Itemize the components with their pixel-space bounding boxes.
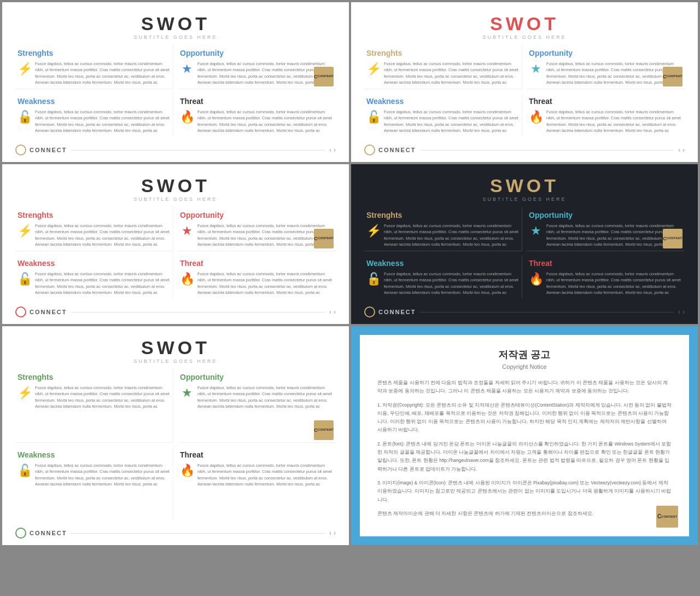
copyright-para-1: 콘텐츠 제품을 사용하기 전에 다음의 법칙과 조정들을 자세히 읽어 주시기 … — [377, 379, 672, 396]
slide3-strengths: Strenghts ⚡ Fusce dapibus, tellus ac cur… — [15, 207, 173, 251]
prev-arrow-2[interactable]: ‹ — [678, 146, 680, 154]
slide1-opportunity-text: Fusce dapibus, tellus ac cursus commodo,… — [197, 61, 334, 85]
slide4-main-title: SWOT — [364, 175, 685, 196]
lightning-icon-5: ⚡ — [18, 386, 32, 400]
slide4-grid: Strenghts ⚡ Fusce dapibus, tellus ac cur… — [364, 207, 685, 299]
prev-arrow-1[interactable]: ‹ — [329, 146, 331, 154]
corner-logo-4: CCONTENT — [663, 229, 682, 248]
slide-1: SWOT SUBTITLE GOES HERE Strenghts ⚡ Fusc… — [2, 2, 349, 162]
slide4-strengths-title: Strenghts — [366, 211, 520, 219]
lightning-icon-2: ⚡ — [366, 62, 381, 76]
slide2-connect-text: CONNECT — [378, 147, 416, 153]
connect-circle-2 — [364, 144, 375, 155]
slide4-threat-text: Fusce dapibus, tellus ac cursus commodo,… — [546, 271, 682, 296]
slide3-weakness-text: Fusce dapibus, tellus ac cursus commodo,… — [35, 271, 171, 296]
slide4-connect-line — [420, 312, 674, 313]
slide3-weakness-content: 🔓 Fusce dapibus, tellus ac cursus commod… — [18, 271, 171, 296]
fire-icon-3: 🔥 — [180, 272, 194, 286]
slide1-connect-text: CONNECT — [30, 147, 67, 153]
slide5-connect-text: CONNECT — [30, 530, 67, 536]
slide1-weakness-text: Fusce dapibus, tellus ac cursus commodo,… — [35, 109, 171, 134]
connect-circle-4 — [364, 306, 375, 317]
slide2-weakness-text: Fusce dapibus, tellus ac cursus commodo,… — [384, 109, 520, 134]
next-arrow-2[interactable]: › — [682, 146, 685, 154]
slide1-connect-line — [71, 150, 325, 151]
slide3-grid: Strenghts ⚡ Fusce dapibus, tellus ac cur… — [15, 207, 336, 299]
slide4-weakness-content: 🔓 Fusce dapibus, tellus ac cursus commod… — [366, 271, 520, 296]
slide4-opportunity-text: Fusce dapibus, tellus ac cursus commodo,… — [546, 223, 682, 247]
slide1-strengths-text: Fusce dapibus, tellus ac cursus commodo,… — [35, 61, 171, 85]
lock-icon-3: 🔓 — [18, 272, 32, 286]
lock-icon-5: 🔓 — [18, 464, 32, 478]
slide3-strengths-text: Fusce dapibus, tellus ac cursus commodo,… — [35, 223, 171, 247]
slide5-connect-line — [71, 533, 325, 534]
slide3-threat-text: Fusce dapibus, tellus ac cursus commodo,… — [197, 271, 334, 296]
lightning-icon-4: ⚡ — [366, 224, 381, 238]
slide3-opportunity-content: ★ Fusce dapibus, tellus ac cursus commod… — [180, 223, 334, 247]
slide4-strengths: Strenghts ⚡ Fusce dapibus, tellus ac cur… — [364, 207, 522, 251]
slide3-connect-line — [71, 312, 325, 313]
slide2-threat-text: Fusce dapibus, tellus ac cursus commodo,… — [546, 109, 682, 134]
slide3-threat-title: Threat — [180, 259, 334, 268]
slide3-nav-arrows[interactable]: ‹ › — [329, 308, 336, 316]
slide2-threat: Threat 🔥 Fusce dapibus, tellus ac cursus… — [527, 94, 685, 137]
next-arrow-1[interactable]: › — [334, 146, 336, 154]
fire-icon-1: 🔥 — [180, 110, 194, 124]
slide4-weakness-text: Fusce dapibus, tellus ac cursus commodo,… — [384, 271, 520, 296]
slide1-opportunity-title: Opportunity — [180, 49, 334, 57]
slide2-main-title: SWOT — [364, 13, 685, 34]
slide4-threat: Threat 🔥 Fusce dapibus, tellus ac cursus… — [527, 256, 685, 299]
slide2-weakness: Weakness 🔓 Fusce dapibus, tellus ac curs… — [364, 94, 522, 137]
slide4-title-block: SWOT SUBTITLE GOES HERE — [364, 175, 685, 202]
slide5-connect-logo: CONNECT — [15, 528, 67, 539]
slide1-subtitle: SUBTITLE GOES HERE — [15, 34, 336, 40]
slide-4: SWOT SUBTITLE GOES HERE Strenghts ⚡ Fusc… — [351, 164, 698, 324]
slide4-connect-text: CONNECT — [378, 309, 416, 315]
slide4-opportunity: Opportunity ★ Fusce dapibus, tellus ac c… — [527, 207, 685, 251]
slide2-strengths-content: ⚡ Fusce dapibus, tellus ac cursus commod… — [366, 61, 520, 85]
slide-6: 저작권 공고 Copyright Notice 콘텐츠 제품을 사용하기 전에 … — [351, 326, 698, 545]
slide3-threat: Threat 🔥 Fusce dapibus, tellus ac cursus… — [178, 256, 336, 299]
slide2-nav-arrows[interactable]: ‹ › — [678, 146, 685, 154]
star-icon-1: ★ — [180, 62, 194, 76]
slide3-title-block: SWOT SUBTITLE GOES HERE — [15, 175, 336, 202]
slide2-title-block: SWOT SUBTITLE GOES HERE — [364, 13, 685, 40]
slide5-subtitle: SUBTITLE GOES HERE — [15, 358, 336, 364]
next-arrow-4[interactable]: › — [682, 308, 685, 316]
slide2-strengths-title: Strenghts — [366, 49, 520, 57]
slide2-threat-content: 🔥 Fusce dapibus, tellus ac cursus commod… — [529, 109, 682, 134]
slide1-opportunity-content: ★ Fusce dapibus, tellus ac cursus commod… — [180, 61, 334, 85]
next-arrow-5[interactable]: › — [334, 529, 336, 537]
slide5-strengths-text: Fusce dapibus, tellus ac cursus commodo,… — [35, 385, 171, 409]
prev-arrow-3[interactable]: ‹ — [329, 308, 331, 316]
slide4-opportunity-title: Opportunity — [529, 211, 682, 219]
star-icon-4: ★ — [529, 224, 543, 238]
slide4-subtitle: SUBTITLE GOES HERE — [364, 196, 685, 202]
slide1-connect-logo: CONNECT — [15, 144, 67, 155]
prev-arrow-4[interactable]: ‹ — [678, 308, 680, 316]
slide5-connect-bar: CONNECT ‹ › — [15, 524, 336, 539]
slide1-strengths: Strenghts ⚡ Fusce dapibus, tellus ac cur… — [15, 45, 173, 89]
slide4-connect-bar: CONNECT ‹ › — [364, 303, 685, 317]
copyright-para-4: 3. 이미지(image) & 아이콘(Icon): 콘텐츠 내에 사용된 이미… — [377, 479, 672, 504]
slide3-weakness: Weakness 🔓 Fusce dapibus, tellus ac curs… — [15, 256, 173, 299]
slide2-connect-bar: CONNECT ‹ › — [364, 141, 685, 155]
prev-arrow-5[interactable]: ‹ — [329, 529, 331, 537]
next-arrow-3[interactable]: › — [334, 308, 336, 316]
slide1-nav-arrows[interactable]: ‹ › — [329, 146, 336, 154]
copyright-content: 저작권 공고 Copyright Notice 콘텐츠 제품을 사용하기 전에 … — [360, 335, 689, 536]
slide-2: SWOT SUBTITLE GOES HERE Strenghts ⚡ Fusc… — [351, 2, 698, 162]
slide1-threat-title: Threat — [180, 97, 334, 106]
slide5-opportunity-content: ★ Fusce dapibus, tellus ac cursus commod… — [180, 385, 334, 409]
slide5-weakness: Weakness 🔓 Fusce dapibus, tellus ac curs… — [15, 447, 173, 520]
slide4-strengths-content: ⚡ Fusce dapibus, tellus ac cursus commod… — [366, 223, 520, 247]
slide4-nav-arrows[interactable]: ‹ › — [678, 308, 685, 316]
slide5-opportunity: Opportunity ★ Fusce dapibus, tellus ac c… — [178, 369, 336, 443]
slide4-connect-logo: CONNECT — [364, 306, 416, 317]
slide3-connect-bar: CONNECT ‹ › — [15, 303, 336, 317]
slide5-nav-arrows[interactable]: ‹ › — [329, 529, 336, 537]
slide1-weakness-content: 🔓 Fusce dapibus, tellus ac cursus commod… — [18, 109, 171, 134]
lightning-icon-3: ⚡ — [18, 224, 32, 238]
slide4-weakness-title: Weakness — [366, 259, 520, 268]
lock-icon-2: 🔓 — [366, 110, 381, 124]
